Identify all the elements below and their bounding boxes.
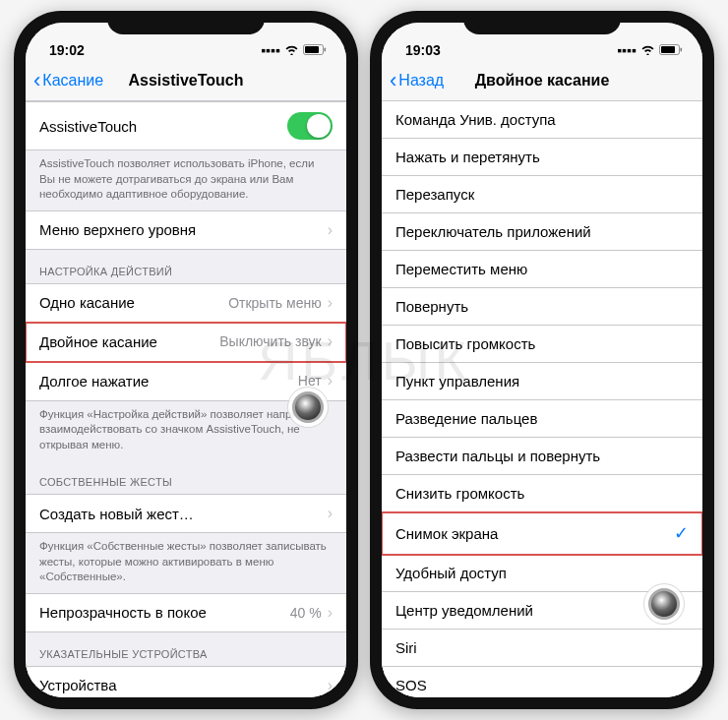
- signal-icon: ▪▪▪▪: [261, 42, 280, 58]
- chevron-right-icon: ›: [328, 221, 333, 239]
- row-value: 40 %: [290, 605, 322, 621]
- option-row[interactable]: Siri: [382, 630, 702, 667]
- back-label: Касание: [42, 72, 103, 90]
- notch: [107, 11, 265, 34]
- row-label: Создать новый жест…: [39, 506, 194, 522]
- option-row[interactable]: Повысить громкость: [382, 326, 702, 363]
- option-label: Удобный доступ: [395, 565, 507, 581]
- chevron-left-icon: ‹: [33, 68, 40, 93]
- back-button[interactable]: ‹ Назад: [382, 68, 444, 93]
- toggle-on-icon[interactable]: [287, 112, 333, 140]
- status-icons: ▪▪▪▪: [261, 42, 327, 58]
- chevron-right-icon: ›: [328, 332, 333, 349]
- option-row[interactable]: SOS: [382, 667, 702, 697]
- gestures-header: СОБСТВЕННЫЕ ЖЕСТЫ: [26, 460, 346, 494]
- option-label: Переместить меню: [395, 261, 527, 277]
- option-row[interactable]: Снимок экрана✓: [382, 512, 702, 555]
- devices-header: УКАЗАТЕЛЬНЫЕ УСТРОЙСТВА: [26, 632, 346, 666]
- chevron-left-icon: ‹: [390, 68, 396, 93]
- row-value: Открыть меню: [228, 295, 322, 311]
- row-label: Устройства: [39, 677, 116, 693]
- option-label: Команда Унив. доступа: [395, 111, 556, 128]
- opacity-row[interactable]: Непрозрачность в покое 40 %›: [26, 593, 346, 632]
- option-label: Повысить громкость: [395, 335, 535, 352]
- assistivetouch-toggle-row[interactable]: AssistiveTouch: [26, 101, 346, 150]
- status-time: 19:02: [49, 42, 85, 58]
- chevron-right-icon: ›: [328, 604, 333, 621]
- svg-rect-2: [325, 48, 327, 52]
- option-row[interactable]: Переместить меню: [382, 251, 702, 288]
- option-row[interactable]: Переключатель приложений: [382, 213, 702, 251]
- page-title: Двойное касание: [475, 72, 610, 90]
- gestures-footer: Функция «Собственные жесты» позволяет за…: [26, 533, 346, 593]
- row-value: Выключить звук: [219, 333, 321, 349]
- battery-icon: [303, 42, 327, 58]
- row-label: Долгое нажатие: [39, 373, 149, 390]
- chevron-right-icon: ›: [328, 372, 333, 389]
- option-row[interactable]: Нажать и перетянуть: [382, 139, 702, 176]
- actions-header: НАСТРОЙКА ДЕЙСТВИЙ: [26, 250, 346, 283]
- navbar: ‹ Назад Двойное касание: [382, 60, 702, 101]
- back-button[interactable]: ‹ Касание: [26, 68, 103, 93]
- wifi-icon: [640, 42, 655, 58]
- single-tap-row[interactable]: Одно касание Открыть меню›: [26, 283, 346, 323]
- notch: [463, 11, 621, 34]
- option-label: Развести пальцы и повернуть: [395, 448, 600, 464]
- option-row[interactable]: Команда Унив. доступа: [382, 101, 702, 139]
- page-title: AssistiveTouch: [128, 72, 243, 90]
- option-label: Снизить громкость: [395, 485, 524, 502]
- svg-rect-1: [305, 46, 319, 53]
- assistive-footer: AssistiveTouch позволяет использовать iP…: [26, 150, 346, 210]
- screen-left: 19:02 ▪▪▪▪ ‹ Касание AssistiveTouch Assi…: [26, 23, 346, 697]
- status-icons: ▪▪▪▪: [617, 42, 683, 58]
- checkmark-icon: ✓: [674, 522, 689, 544]
- option-label: Снимок экрана: [395, 525, 498, 542]
- option-row[interactable]: Перезапуск: [382, 176, 702, 213]
- svg-rect-5: [681, 48, 683, 52]
- phone-left: 19:02 ▪▪▪▪ ‹ Касание AssistiveTouch Assi…: [14, 11, 358, 709]
- chevron-right-icon: ›: [328, 677, 333, 694]
- option-label: SOS: [395, 677, 427, 693]
- new-gesture-row[interactable]: Создать новый жест… ›: [26, 494, 346, 533]
- option-label: Переключатель приложений: [395, 223, 591, 240]
- wifi-icon: [284, 42, 299, 58]
- assistivetouch-floating-button[interactable]: [287, 387, 329, 428]
- phone-right: 19:03 ▪▪▪▪ ‹ Назад Двойное касание Коман…: [370, 11, 714, 709]
- row-label: Непрозрачность в покое: [39, 604, 207, 621]
- option-row[interactable]: Снизить громкость: [382, 475, 702, 512]
- option-row[interactable]: Разведение пальцев: [382, 400, 702, 438]
- row-label: Одно касание: [39, 294, 135, 311]
- option-row[interactable]: Повернуть: [382, 288, 702, 326]
- option-label: Нажать и перетянуть: [395, 149, 540, 165]
- option-row[interactable]: Пункт управления: [382, 363, 702, 400]
- option-label: Siri: [395, 639, 417, 656]
- back-label: Назад: [398, 72, 444, 90]
- row-label: AssistiveTouch: [39, 118, 137, 135]
- option-label: Перезапуск: [395, 186, 474, 203]
- status-time: 19:03: [405, 42, 441, 58]
- row-label: Двойное касание: [39, 333, 157, 350]
- screen-right: 19:03 ▪▪▪▪ ‹ Назад Двойное касание Коман…: [382, 23, 702, 697]
- svg-rect-4: [661, 46, 675, 53]
- navbar: ‹ Касание AssistiveTouch: [26, 60, 346, 101]
- signal-icon: ▪▪▪▪: [617, 42, 637, 58]
- devices-row[interactable]: Устройства ›: [26, 666, 346, 697]
- option-label: Пункт управления: [395, 373, 519, 390]
- chevron-right-icon: ›: [328, 505, 333, 522]
- battery-icon: [659, 42, 683, 58]
- option-row[interactable]: Развести пальцы и повернуть: [382, 438, 702, 475]
- assistivetouch-floating-button[interactable]: [643, 583, 685, 625]
- option-label: Центр уведомлений: [395, 602, 533, 619]
- row-label: Меню верхнего уровня: [39, 221, 196, 238]
- chevron-right-icon: ›: [328, 294, 333, 311]
- option-label: Разведение пальцев: [395, 410, 537, 427]
- double-tap-row[interactable]: Двойное касание Выключить звук›: [26, 323, 346, 362]
- top-menu-row[interactable]: Меню верхнего уровня ›: [26, 210, 346, 250]
- option-label: Повернуть: [395, 298, 468, 315]
